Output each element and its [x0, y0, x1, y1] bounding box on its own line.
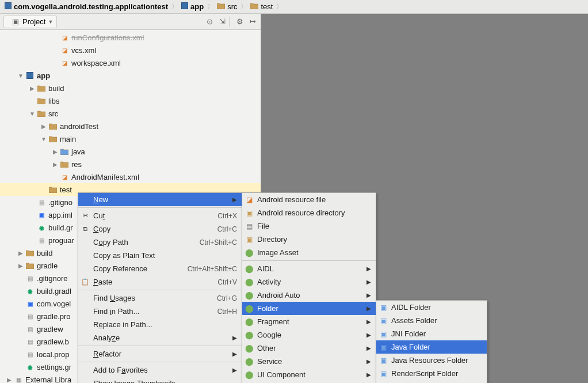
menu-item[interactable]: ⬤Folder▶	[242, 302, 376, 315]
menu-item[interactable]: ✂CutCtrl+X	[78, 209, 242, 222]
menu-item-label: Directory	[257, 235, 371, 244]
menu-item[interactable]: Copy as Plain Text	[78, 249, 242, 262]
menu-item[interactable]: ▣JNI Folder	[376, 327, 487, 340]
breadcrumb-item[interactable]: src	[215, 1, 239, 13]
breadcrumb-label: test	[261, 2, 273, 11]
expand-arrow-icon[interactable]: ▶	[51, 149, 60, 155]
menu-item[interactable]: ▣RenderScript Folder	[376, 367, 487, 380]
tree-node[interactable]: libs	[0, 94, 261, 107]
expand-arrow-icon[interactable]: ▼	[39, 136, 48, 142]
menu-item[interactable]: ⬤Activity▶	[242, 275, 376, 289]
expand-arrow-icon[interactable]: ▶	[16, 250, 25, 256]
breadcrumb-item[interactable]: com.vogella.android.testing.applicationt…	[2, 1, 170, 13]
folder-bi-icon: ▣	[379, 329, 388, 339]
menu-item[interactable]: 📋PasteCtrl+V	[78, 275, 242, 289]
expand-arrow-icon[interactable]: ▼	[16, 73, 25, 79]
tree-node-label: .gitigno	[48, 198, 72, 207]
menu-item[interactable]: ▣Java Folder	[376, 340, 487, 354]
tree-node[interactable]: ◪workspace.xml	[0, 56, 261, 69]
folder-bi-icon: ▣	[379, 369, 388, 378]
menu-item[interactable]: ▤File	[242, 219, 376, 233]
menu-item[interactable]: ▣Directory	[242, 233, 376, 246]
menu-item[interactable]: Copy PathCtrl+Shift+C	[78, 236, 242, 249]
folder-bi-icon: ▣	[379, 316, 388, 325]
expand-arrow-icon[interactable]: ▶	[28, 85, 37, 92]
android-i-icon: ⬤	[245, 357, 254, 366]
menu-item[interactable]: ⬤AIDL▶	[242, 262, 376, 275]
menu-item[interactable]: Refactor▶	[78, 347, 242, 361]
menu-item[interactable]: ▣Res Folder	[376, 380, 487, 383]
menu-item[interactable]: Analyze▶	[78, 331, 242, 344]
module-icon	[181, 2, 188, 11]
menu-item-label: Java Folder	[391, 343, 482, 351]
menu-item[interactable]: ▣Java Resources Folder	[376, 354, 487, 367]
tree-node[interactable]: ▶androidTest	[0, 120, 261, 132]
folder-icon	[250, 2, 258, 11]
menu-item[interactable]: New▶	[78, 193, 242, 206]
menu-separator	[78, 290, 242, 290]
menu-item[interactable]: ⬤Other▶	[242, 342, 376, 355]
menu-item[interactable]: ▣AIDL Folder	[376, 301, 487, 314]
menu-shortcut: Ctrl+H	[208, 308, 237, 316]
paste-icon: 📋	[81, 278, 90, 287]
tree-node[interactable]: ▶build	[0, 82, 261, 94]
menu-item[interactable]: Replace in Path...	[78, 318, 242, 331]
menu-item[interactable]: ⬤Image Asset	[242, 246, 376, 259]
project-view-selector[interactable]: ▣ Project ▼	[3, 16, 57, 28]
menu-item[interactable]: Find in Path...Ctrl+H	[78, 305, 242, 318]
collapse-all-icon[interactable]: ⇲	[217, 17, 227, 26]
menu-shortcut: Ctrl+Shift+C	[190, 238, 237, 247]
hide-icon[interactable]: ↦	[248, 17, 257, 26]
tree-node[interactable]: ▼main	[0, 132, 261, 145]
folder-i-icon: ▣	[245, 235, 254, 244]
folder-icon	[37, 96, 46, 105]
tree-node[interactable]: ▼app	[0, 69, 261, 82]
menu-item[interactable]: ⬤Service▶	[242, 355, 376, 368]
menu-item[interactable]: ▣Assets Folder	[376, 314, 487, 327]
menu-item[interactable]: ⬤UI Component▶	[242, 368, 376, 381]
tree-node-label: proguar	[48, 236, 74, 245]
menu-item[interactable]: ◪Android resource file	[242, 193, 376, 206]
scroll-from-source-icon[interactable]: ⊙	[205, 17, 214, 26]
expand-arrow-icon[interactable]: ▶	[16, 263, 25, 269]
menu-item[interactable]: Find UsagesCtrl+G	[78, 291, 242, 305]
folder-bi-icon: ▣	[379, 356, 388, 365]
menu-item[interactable]: Show Image Thumbnails	[78, 377, 242, 383]
expand-arrow-icon[interactable]: ▼	[28, 111, 37, 117]
gradle-icon: ◉	[25, 362, 35, 371]
tree-node[interactable]: ◪AndroidManifest.xml	[0, 170, 261, 183]
folder-icon	[60, 160, 69, 169]
menu-item-label: Activity	[257, 278, 362, 286]
submenu-arrow-icon: ▶	[365, 318, 371, 325]
folder-bi-icon: ▣	[379, 303, 388, 312]
tree-node-label: gradlew	[37, 325, 63, 333]
expand-arrow-icon[interactable]: ▶	[51, 161, 60, 168]
menu-item-label: AIDL Folder	[391, 303, 482, 312]
blank-icon	[81, 195, 90, 204]
menu-separator	[78, 362, 242, 362]
gear-icon[interactable]: ⚙	[235, 17, 245, 26]
menu-item[interactable]: Copy ReferenceCtrl+Alt+Shift+C	[78, 262, 242, 275]
menu-item[interactable]: ⬤Fragment▶	[242, 315, 376, 328]
tree-node[interactable]: ▼src	[0, 107, 261, 120]
gradle-blue-icon: ▣	[25, 299, 35, 308]
tree-node-label: build	[37, 249, 52, 257]
expand-arrow-icon[interactable]: ▶	[5, 377, 14, 383]
menu-item[interactable]: ⧉CopyCtrl+C	[78, 222, 242, 236]
file-icon: ▤	[37, 236, 46, 245]
breadcrumb-item[interactable]: app	[179, 1, 206, 13]
tree-node[interactable]: ▶java	[0, 145, 261, 158]
menu-shortcut: Ctrl+C	[208, 225, 237, 233]
menu-item[interactable]: ▣Android resource directory	[242, 206, 376, 219]
tree-node[interactable]: ◪runConfigurations.xml	[0, 31, 261, 44]
folder-icon	[25, 261, 35, 270]
menu-item[interactable]: Add to Favorites▶	[78, 363, 242, 377]
menu-item[interactable]: ⬤Google▶	[242, 328, 376, 342]
tree-node[interactable]: ▶res	[0, 158, 261, 170]
menu-item[interactable]: ⬤Android Auto▶	[242, 289, 376, 302]
menu-item-label: Paste	[93, 278, 205, 286]
expand-arrow-icon[interactable]: ▶	[39, 123, 48, 130]
tree-node[interactable]: ◪vcs.xml	[0, 44, 261, 56]
tree-node-label: workspace.xml	[71, 59, 121, 67]
breadcrumb-item[interactable]: test	[248, 1, 275, 13]
